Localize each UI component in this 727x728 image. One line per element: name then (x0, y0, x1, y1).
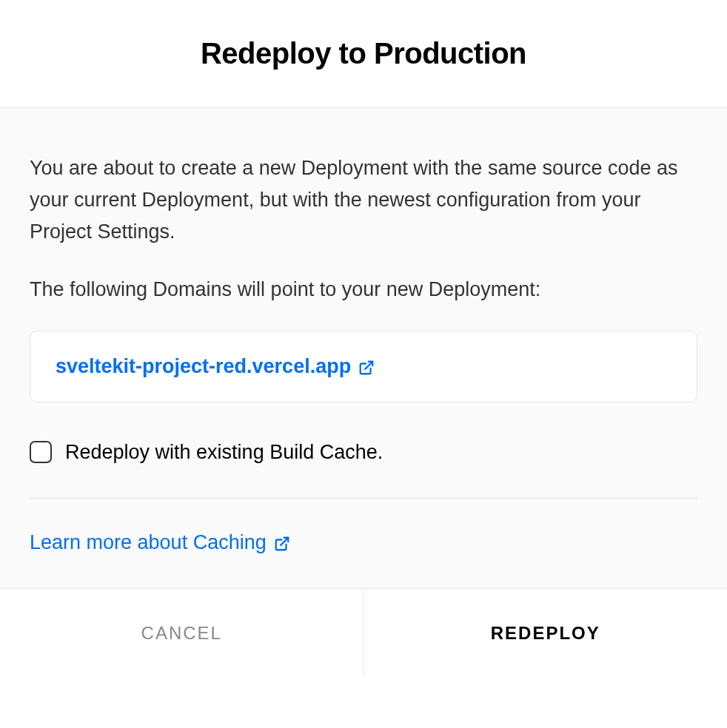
dialog-title: Redeploy to Production (30, 37, 697, 70)
divider (30, 498, 697, 499)
dialog-footer: CANCEL REDEPLOY (0, 589, 727, 678)
build-cache-label[interactable]: Redeploy with existing Build Cache. (65, 441, 383, 464)
domain-box: sveltekit-project-red.vercel.app (30, 331, 697, 402)
domain-link[interactable]: sveltekit-project-red.vercel.app (56, 355, 375, 378)
learn-more-text: Learn more about Caching (30, 531, 267, 554)
build-cache-checkbox[interactable] (30, 441, 52, 463)
redeploy-button[interactable]: REDEPLOY (364, 589, 728, 678)
dialog-body: You are about to create a new Deployment… (0, 107, 727, 589)
cancel-button[interactable]: CANCEL (0, 589, 364, 678)
external-link-icon (274, 534, 290, 550)
dialog-header: Redeploy to Production (0, 0, 727, 107)
description-text: You are about to create a new Deployment… (30, 152, 697, 249)
domains-intro-text: The following Domains will point to your… (30, 274, 697, 306)
learn-more-link[interactable]: Learn more about Caching (30, 531, 290, 554)
domain-text: sveltekit-project-red.vercel.app (56, 355, 351, 378)
svg-line-0 (365, 362, 372, 369)
build-cache-option: Redeploy with existing Build Cache. (30, 441, 697, 464)
external-link-icon (358, 358, 375, 374)
svg-line-1 (281, 538, 288, 545)
